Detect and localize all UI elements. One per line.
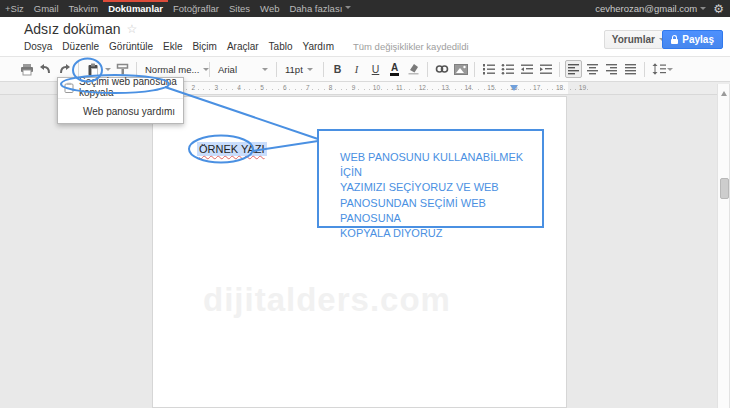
ruler-number: 10 xyxy=(365,84,388,91)
paint-roller-icon xyxy=(116,63,129,75)
redo-icon xyxy=(58,63,71,75)
scrollbar-up-arrow-icon[interactable] xyxy=(721,88,727,96)
ruler-number: 6 xyxy=(273,84,296,91)
ruler-number: 7 xyxy=(296,84,319,91)
ruler-number: 14 xyxy=(457,84,480,91)
chevron-down-icon xyxy=(667,68,673,74)
bulleted-list-icon xyxy=(501,63,515,75)
increase-indent-button[interactable] xyxy=(537,60,554,78)
bulleted-list-button[interactable] xyxy=(499,60,516,78)
menu-insert[interactable]: Ekle xyxy=(158,41,187,52)
ruler-number: 13 xyxy=(434,84,457,91)
google-docs-window: +Siz Gmail Takvim Dokümanlar Fotoğraflar… xyxy=(0,0,730,408)
menu-help[interactable]: Yardım xyxy=(297,41,339,52)
save-status: Tüm değişiklikler kaydedildi xyxy=(353,41,469,52)
italic-label: I xyxy=(355,64,359,75)
chevron-down-icon xyxy=(262,68,268,74)
menu-item-web-clipboard-help[interactable]: Web panosu yardımı xyxy=(58,104,183,118)
ruler-number: 12 xyxy=(411,84,434,91)
ruler-numbers: 12345678910111213141516171819 xyxy=(159,84,594,91)
topbar-item-calendar[interactable]: Takvim xyxy=(64,0,104,17)
topbar-item-documents[interactable]: Dokümanlar xyxy=(103,0,168,17)
menubar: Dosya Düzenle Görüntüle Ekle Biçim Araçl… xyxy=(19,41,469,52)
toolbar-separator xyxy=(644,62,645,77)
ruler-number: 4 xyxy=(228,84,251,91)
topbar-item-sites[interactable]: Sites xyxy=(224,0,255,17)
numbered-list-button[interactable] xyxy=(480,60,497,78)
menu-format[interactable]: Biçim xyxy=(187,41,221,52)
share-button[interactable]: Paylaş xyxy=(662,30,723,49)
font-dropdown[interactable]: Arial xyxy=(214,60,272,78)
menu-item-copy-selection-to-web-clipboard[interactable]: Seçimi web panosuna kopyala xyxy=(58,80,183,94)
account-email: cevherozan@gmail.com xyxy=(595,3,697,14)
web-clipboard-menu: Seçimi web panosuna kopyala Web panosu y… xyxy=(57,77,184,124)
google-black-bar: +Siz Gmail Takvim Dokümanlar Fotoğraflar… xyxy=(0,0,730,17)
scrollbar-thumb[interactable] xyxy=(720,178,729,199)
gear-icon[interactable]: ⚙ xyxy=(713,3,724,15)
image-icon xyxy=(454,64,468,75)
ruler-number: 2 xyxy=(182,84,205,91)
star-icon[interactable]: ☆ xyxy=(127,22,138,36)
topbar-item-more[interactable]: Daha fazlası xyxy=(284,0,356,17)
insert-link-button[interactable] xyxy=(433,60,450,78)
underline-button[interactable]: U xyxy=(367,60,384,78)
undo-button[interactable] xyxy=(37,60,54,78)
ruler-number: 17 xyxy=(525,84,548,91)
underline-label: U xyxy=(372,63,380,75)
insert-image-button[interactable] xyxy=(452,60,469,78)
highlight-color-button[interactable] xyxy=(405,60,422,78)
align-left-icon xyxy=(567,63,580,75)
chevron-down-icon xyxy=(105,68,111,74)
chevron-down-icon xyxy=(700,7,706,13)
align-center-button[interactable] xyxy=(584,60,601,78)
vertical-scrollbar[interactable] xyxy=(717,84,730,408)
menu-edit[interactable]: Düzenle xyxy=(57,41,104,52)
print-button[interactable] xyxy=(18,60,35,78)
printer-icon xyxy=(20,63,34,76)
ruler-number: 18 xyxy=(548,84,571,91)
document-selected-text: ÖRNEK YAZI xyxy=(197,142,267,156)
menu-separator xyxy=(58,98,183,99)
align-right-button[interactable] xyxy=(603,60,620,78)
menu-item-label: Seçimi web panosuna kopyala xyxy=(79,76,177,98)
decrease-indent-button[interactable] xyxy=(518,60,535,78)
ruler-number: 5 xyxy=(251,84,274,91)
toolbar-separator xyxy=(136,62,137,77)
align-center-icon xyxy=(586,63,599,75)
text-color-label: A xyxy=(390,63,399,76)
line-spacing-button[interactable] xyxy=(650,60,674,78)
text-color-button[interactable]: A xyxy=(386,60,403,78)
font-size-value: 11pt xyxy=(285,64,303,75)
watermark: dijitalders.com xyxy=(203,281,451,319)
align-left-button[interactable] xyxy=(565,60,582,78)
document-title[interactable]: Adsız doküman xyxy=(24,21,121,37)
justify-icon xyxy=(624,63,637,75)
menu-item-label: Web panosu yardımı xyxy=(83,106,175,117)
clipboard-small-icon xyxy=(64,82,75,93)
chevron-down-icon xyxy=(345,6,351,12)
menu-file[interactable]: Dosya xyxy=(19,41,57,52)
topbar-item-web[interactable]: Web xyxy=(255,0,284,17)
document-page[interactable]: dijitalders.com ÖRNEK YAZI xyxy=(152,96,567,408)
menu-view[interactable]: Görüntüle xyxy=(104,41,158,52)
italic-button[interactable]: I xyxy=(348,60,365,78)
topbar-account-area: cevherozan@gmail.com ⚙ xyxy=(595,0,724,17)
account-email-menu[interactable]: cevherozan@gmail.com xyxy=(595,3,706,14)
menu-tools[interactable]: Araçlar xyxy=(222,41,264,52)
topbar-item-photos[interactable]: Fotoğraflar xyxy=(168,0,224,17)
menu-table[interactable]: Tablo xyxy=(264,41,298,52)
share-label: Paylaş xyxy=(682,31,714,48)
topbar-item-plus-you[interactable]: +Siz xyxy=(0,0,29,17)
bold-label: B xyxy=(334,63,342,75)
ruler-number: 11 xyxy=(388,84,411,91)
font-size-dropdown[interactable]: 11pt xyxy=(281,60,319,78)
bold-button[interactable]: B xyxy=(329,60,346,78)
ruler-number: 8 xyxy=(319,84,342,91)
topbar-item-gmail[interactable]: Gmail xyxy=(29,0,64,17)
right-indent-marker[interactable] xyxy=(510,85,518,95)
redo-button[interactable] xyxy=(56,60,73,78)
line-spacing-icon xyxy=(652,63,667,75)
styles-value: Normal me... xyxy=(145,64,199,75)
numbered-list-icon xyxy=(482,63,496,75)
justify-button[interactable] xyxy=(622,60,639,78)
